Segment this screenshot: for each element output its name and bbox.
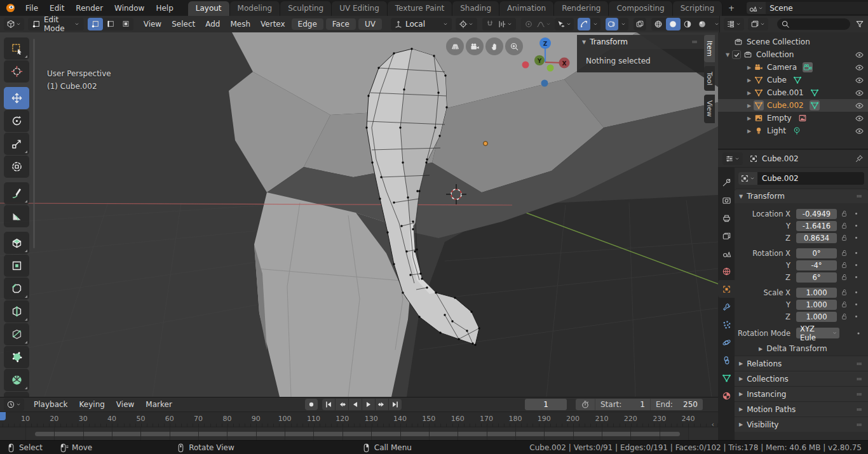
mesh-data-icon[interactable] — [810, 88, 820, 98]
playhead[interactable] — [0, 412, 6, 420]
view-layer-tab[interactable] — [718, 227, 735, 244]
current-frame-field[interactable]: 1 — [525, 399, 567, 410]
transform-tool[interactable] — [4, 156, 29, 178]
workspace-tab-sculpting[interactable]: Sculpting — [280, 1, 332, 16]
gizmos-toggle[interactable] — [578, 18, 590, 30]
expand-icon[interactable]: ▶ — [745, 65, 754, 70]
visibility-eye-icon[interactable] — [855, 101, 864, 110]
face-select-button[interactable] — [118, 18, 133, 30]
scene-name[interactable]: Scene — [770, 4, 868, 13]
workspace-tab-compositing[interactable]: Compositing — [609, 1, 672, 16]
loop-cut-tool[interactable] — [4, 300, 29, 323]
viewport-menu-select[interactable]: Select — [166, 20, 200, 29]
npanel-tab-tool[interactable]: Tool — [704, 66, 715, 91]
end-frame-field[interactable]: End:250 — [650, 399, 703, 410]
lock-open-icon[interactable] — [837, 300, 851, 309]
physics-tab[interactable] — [718, 333, 735, 351]
timeline-menu-view[interactable]: View — [111, 400, 140, 409]
material-shading-button[interactable] — [681, 18, 695, 30]
lock-open-icon[interactable] — [837, 312, 851, 321]
annotate-tool[interactable] — [4, 182, 29, 204]
animate-dot-icon[interactable] — [851, 288, 861, 297]
npanel-tab-item[interactable]: Item — [704, 35, 715, 62]
visibility-eye-icon[interactable] — [855, 126, 864, 136]
edge-select-button[interactable] — [103, 18, 118, 30]
outliner-search[interactable] — [777, 18, 850, 30]
add-workspace-button[interactable]: + — [722, 2, 740, 15]
animate-dot-icon[interactable] — [853, 329, 864, 338]
use-preview-range-button[interactable] — [576, 399, 595, 410]
jump-first-button[interactable] — [322, 399, 335, 410]
play-reverse-button[interactable] — [349, 399, 362, 410]
bevel-tool[interactable] — [4, 277, 29, 300]
outliner-item-label[interactable]: Empty — [767, 114, 792, 123]
snap-target-icon[interactable] — [498, 20, 506, 29]
animate-dot-icon[interactable] — [851, 210, 861, 218]
filter-icon[interactable] — [855, 20, 864, 29]
workspace-tab-texture-paint[interactable]: Texture Paint — [388, 1, 452, 16]
overlays-dropdown[interactable] — [618, 18, 628, 30]
value-field[interactable]: 0.8634 — [796, 233, 837, 243]
timeline-scrollbar[interactable] — [35, 432, 680, 436]
visibility-eye-icon[interactable] — [855, 76, 864, 85]
visibility-eye-icon[interactable] — [855, 88, 864, 98]
transform-panel-header[interactable]: ▼ Transform — [735, 189, 868, 203]
animate-dot-icon[interactable] — [851, 312, 861, 321]
viewport-menu-face[interactable]: Face — [326, 18, 356, 30]
mesh-data-icon[interactable] — [810, 100, 820, 110]
visibility-eye-icon[interactable] — [855, 50, 864, 60]
gizmos-dropdown[interactable] — [590, 18, 600, 30]
viewport-3d[interactable]: Y X Z User Perspective (1) Cube.002 ▼ Tr… — [0, 32, 718, 397]
animate-dot-icon[interactable] — [851, 261, 861, 269]
outliner-row-empty[interactable]: ▶Empty — [718, 112, 868, 124]
menu-edit[interactable]: Edit — [44, 4, 70, 13]
outliner-item-label[interactable]: Cube.002 — [767, 101, 804, 110]
outliner-row-camera[interactable]: ▶Camera — [718, 61, 868, 74]
outliner-row-light[interactable]: ▶Light — [718, 124, 868, 137]
panel-instancing[interactable]: ▶Instancing — [735, 386, 868, 401]
tool-tab[interactable] — [718, 173, 735, 191]
outliner-row-cube-002[interactable]: ▶Cube.002 — [718, 99, 868, 112]
workspace-tab-shading[interactable]: Shading — [452, 1, 499, 16]
delta-transform-panel[interactable]: ▶ Delta Transform — [735, 342, 868, 356]
viewport-menu-uv[interactable]: UV — [358, 18, 382, 30]
output-tab[interactable] — [718, 209, 735, 227]
mode-dropdown[interactable]: Edit Mode — [28, 18, 84, 30]
nav-grid-button[interactable] — [446, 37, 464, 55]
rotation-mode-dropdown[interactable]: XYZ Eule — [796, 328, 839, 338]
camera-data-icon[interactable] — [803, 62, 813, 72]
timeline-menu-keying[interactable]: Keying — [74, 400, 111, 409]
constraints-tab[interactable] — [718, 351, 735, 369]
viewport-menu-mesh[interactable]: Mesh — [225, 20, 255, 29]
value-field[interactable]: 1.000 — [796, 288, 837, 298]
expand-icon[interactable]: ▼ — [723, 52, 732, 58]
animate-dot-icon[interactable] — [851, 273, 861, 281]
render-tab[interactable] — [718, 191, 735, 209]
value-field[interactable]: -4° — [796, 260, 837, 270]
panel-grip-icon[interactable] — [690, 37, 699, 46]
outliner-item-label[interactable]: Scene Collection — [747, 37, 810, 46]
lock-open-icon[interactable] — [837, 210, 851, 218]
viewport-menu-add[interactable]: Add — [200, 20, 225, 29]
panel-motion-paths[interactable]: ▶Motion Paths — [735, 401, 868, 417]
toolbar-scrollbar[interactable] — [33, 39, 35, 248]
nav-camera-button[interactable] — [466, 37, 484, 55]
transform-panel-header[interactable]: ▼ Transform — [577, 35, 704, 49]
falloff-icon[interactable] — [536, 20, 545, 29]
panel-grip-icon[interactable] — [855, 420, 864, 429]
object-type-dropdown[interactable] — [738, 172, 757, 185]
blender-logo-icon[interactable] — [5, 3, 16, 13]
menu-help[interactable]: Help — [150, 4, 179, 13]
expand-icon[interactable]: ▶ — [745, 90, 754, 96]
value-field[interactable]: -1.6416 — [796, 221, 837, 231]
outliner-item-label[interactable]: Collection — [756, 50, 794, 59]
menu-window[interactable]: Window — [109, 4, 150, 13]
lock-open-icon[interactable] — [837, 273, 851, 281]
outliner-row-collection[interactable]: ▼Collection — [718, 48, 868, 61]
workspace-tab-modeling[interactable]: Modeling — [230, 1, 281, 16]
object-tab[interactable] — [718, 280, 735, 298]
light-data-icon[interactable] — [792, 126, 802, 136]
rendered-shading-button[interactable] — [695, 18, 710, 30]
overlays-toggle[interactable] — [606, 18, 618, 30]
outliner-row-cube[interactable]: ▶Cube — [718, 74, 868, 86]
